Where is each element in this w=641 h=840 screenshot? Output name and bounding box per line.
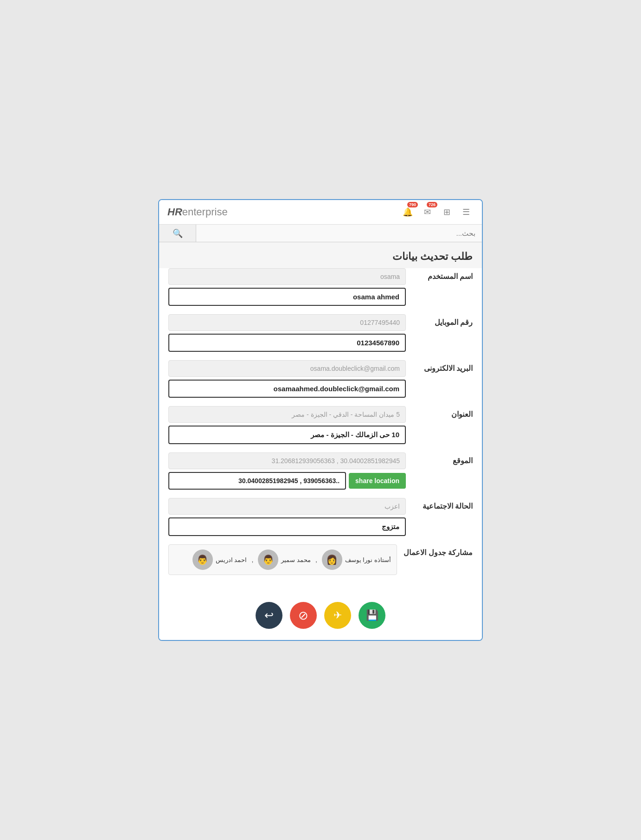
location-current: 30.04002851982945 , 31.206812939056363 — [168, 452, 406, 469]
cancel-icon: ⊘ — [298, 608, 308, 623]
location-new-row: share location ..939056363 , 30.04002851… — [168, 472, 406, 490]
email-label: البريد الالكترونى — [412, 360, 473, 373]
logo-hr: HR — [167, 206, 182, 218]
email-inputs: osama.doubleclick@gmail.com osamaahmed.d… — [168, 360, 406, 398]
share-location-button[interactable]: share location — [349, 473, 406, 489]
search-icon-box: 🔍 — [159, 225, 196, 242]
schedule-field: 👩 أستاذه نورا يوسف , 👨 محمد سمير , 👨 احم… — [168, 544, 397, 575]
avatar-1: 👨 — [258, 549, 278, 570]
comma-1: , — [315, 556, 317, 563]
avatar-name-0: أستاذه نورا يوسف — [345, 556, 391, 563]
back-button[interactable]: ↩ — [256, 602, 282, 629]
mobile-current: 01277495440 — [168, 314, 406, 331]
comma-2: , — [251, 556, 253, 563]
username-new[interactable]: osama ahmed — [168, 288, 406, 306]
username-label: اسم المستخدم — [412, 268, 473, 281]
save-icon: 💾 — [366, 609, 378, 621]
avatar-item-0: 👩 أستاذه نورا يوسف — [322, 549, 391, 570]
page-title: طلب تحديث بيانات — [159, 242, 482, 268]
bottom-actions: ↩ ⊘ ✈ 💾 — [159, 593, 482, 640]
menu-icon[interactable]: ☰ — [459, 205, 474, 220]
address-current: 5 ميدان المساحة - الدقي - الجيزة - مصر — [168, 406, 406, 423]
search-bar: 🔍 — [159, 225, 482, 242]
username-current: osama — [168, 268, 406, 285]
location-inputs: 30.04002851982945 , 31.206812939056363 s… — [168, 452, 406, 490]
location-new-value: ..939056363 , 30.04002851982945 — [168, 472, 346, 490]
address-inputs: 5 ميدان المساحة - الدقي - الجيزة - مصر 1… — [168, 406, 406, 444]
username-row: اسم المستخدم osama osama ahmed — [168, 268, 473, 306]
marital-status-inputs: اعزب متزوج — [168, 498, 406, 536]
grid-icon[interactable]: ⊞ — [439, 205, 454, 220]
search-input[interactable] — [196, 225, 482, 242]
form-body: اسم المستخدم osama osama ahmed رقم الموب… — [159, 268, 482, 593]
location-row: الموقع 30.04002851982945 , 31.2068129390… — [168, 452, 473, 490]
mobile-inputs: 01277495440 01234567890 — [168, 314, 406, 352]
email-row: البريد الالكترونى osama.doubleclick@gmai… — [168, 360, 473, 398]
schedule-sharing-row: مشاركة جدول الاعمال 👩 أستاذه نورا يوسف ,… — [168, 544, 473, 575]
save-button[interactable]: 💾 — [359, 602, 385, 629]
address-label: العنوان — [412, 406, 473, 419]
main-container: HRenterprise 🔔 790 ✉ 726 ⊞ ☰ 🔍 طلب تحديث… — [158, 199, 483, 641]
send-button[interactable]: ✈ — [324, 602, 351, 629]
avatar-item-1: 👨 محمد سمير — [258, 549, 311, 570]
marital-status-row: الحالة الاجتماعية اعزب متزوج — [168, 498, 473, 536]
logo-enterprise: enterprise — [182, 206, 228, 218]
header-icons: 🔔 790 ✉ 726 ⊞ ☰ — [400, 205, 474, 220]
avatar-0: 👩 — [322, 549, 342, 570]
messages-badge: 726 — [427, 202, 437, 207]
messages-icon-badge[interactable]: ✉ 726 — [420, 205, 435, 220]
email-current: osama.doubleclick@gmail.com — [168, 360, 406, 377]
address-new[interactable]: 10 حى الزمالك - الجيزة - مصر — [168, 426, 406, 444]
mobile-row: رقم الموبايل 01277495440 01234567890 — [168, 314, 473, 352]
address-row: العنوان 5 ميدان المساحة - الدقي - الجيزة… — [168, 406, 473, 444]
send-icon: ✈ — [333, 609, 342, 621]
location-label: الموقع — [412, 452, 473, 465]
schedule-sharing-label: مشاركة جدول الاعمال — [404, 544, 473, 557]
marital-status-new[interactable]: متزوج — [168, 517, 406, 536]
avatar-item-2: 👨 احمد ادريس — [192, 549, 247, 570]
header: HRenterprise 🔔 790 ✉ 726 ⊞ ☰ — [159, 200, 482, 225]
mobile-label: رقم الموبايل — [412, 314, 473, 327]
avatar-name-1: محمد سمير — [281, 556, 311, 563]
notifications-icon-badge[interactable]: 🔔 790 — [400, 205, 415, 220]
marital-status-current: اعزب — [168, 498, 406, 515]
email-new[interactable]: osamaahmed.doubleclick@gmail.com — [168, 380, 406, 398]
cancel-button[interactable]: ⊘ — [290, 602, 317, 629]
back-icon: ↩ — [264, 609, 274, 622]
username-inputs: osama osama ahmed — [168, 268, 406, 306]
search-icon: 🔍 — [173, 228, 183, 239]
marital-status-label: الحالة الاجتماعية — [412, 498, 473, 510]
avatar-2: 👨 — [192, 549, 213, 570]
schedule-sharing-inputs: 👩 أستاذه نورا يوسف , 👨 محمد سمير , 👨 احم… — [168, 544, 397, 575]
mobile-new[interactable]: 01234567890 — [168, 334, 406, 352]
avatar-name-2: احمد ادريس — [216, 556, 247, 563]
schedule-inner: 👩 أستاذه نورا يوسف , 👨 محمد سمير , 👨 احم… — [174, 549, 391, 570]
logo: HRenterprise — [167, 206, 228, 218]
notifications-badge: 790 — [407, 202, 418, 207]
